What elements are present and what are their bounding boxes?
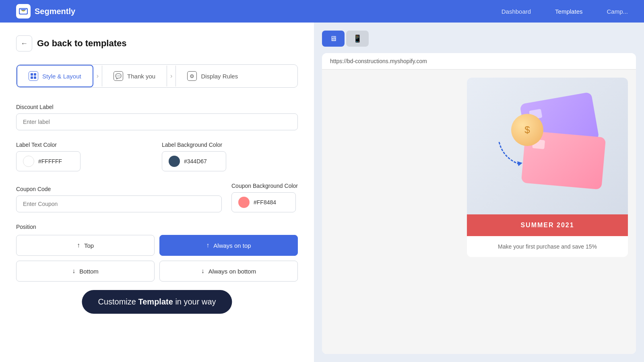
coupon-bg-color-value: #FF8484 — [254, 199, 276, 206]
tooltip-text-end: in your way — [173, 297, 216, 306]
position-label: Position — [16, 224, 298, 230]
back-button[interactable]: ← — [16, 35, 32, 51]
header: Segmently Dashboard Templates Camp... — [0, 0, 644, 23]
label-bg-color-label: Label Background Color — [162, 142, 298, 148]
logo-text: Segmently — [35, 7, 75, 16]
step-display-rules-icon: ⚙ — [187, 71, 197, 81]
arrow-up-icon: ↑ — [77, 242, 80, 249]
coupon-bg-color-swatch — [238, 197, 250, 208]
store-save-text: Make your first purchase and save 15% — [467, 236, 628, 257]
label-text-color-picker[interactable]: #FFFFFF — [16, 151, 80, 171]
arrow-illustration — [495, 138, 527, 170]
coupon-bg-color-label: Coupon Background Color — [231, 183, 298, 189]
coupon-code-label: Coupon Code — [16, 186, 222, 192]
preview-mobile-button[interactable]: 📱 — [346, 31, 369, 47]
main-container: ← Go back to templates Style & Layout › … — [0, 23, 644, 362]
store-image-area: $ — [467, 78, 628, 214]
step-thank-you[interactable]: 💬 Thank you — [102, 66, 167, 86]
step-separator-2: › — [167, 66, 176, 86]
arrow-down-icon: ↓ — [72, 267, 75, 275]
back-section: ← Go back to templates — [16, 35, 298, 51]
discount-label-group: Discount Label — [16, 104, 298, 130]
store-preview-card: $ SUMMER 2021 Make your f — [467, 78, 628, 257]
svg-marker-8 — [517, 161, 522, 166]
nav-templates[interactable]: Templates — [555, 8, 582, 15]
position-always-on-bottom[interactable]: ↓ Always on bottom — [159, 261, 298, 282]
svg-rect-3 — [22, 10, 25, 11]
customize-tooltip: Customize Template in your way — [82, 290, 232, 314]
back-button-label: Go back to templates — [37, 38, 127, 49]
svg-rect-5 — [34, 73, 36, 76]
label-text-color-label: Label Text Color — [16, 142, 152, 148]
browser-url: https://bd-constructions.myshopify.com — [330, 58, 427, 64]
discount-label-input[interactable] — [16, 113, 298, 130]
browser-address-bar: https://bd-constructions.myshopify.com — [322, 53, 636, 70]
position-always-on-top[interactable]: ↑ Always on top — [159, 235, 298, 256]
nav-camp[interactable]: Camp... — [607, 8, 628, 15]
steps-nav: Style & Layout › 💬 Thank you › ⚙ Display… — [16, 64, 298, 88]
step-style-layout[interactable]: Style & Layout — [17, 65, 93, 87]
svg-rect-4 — [31, 73, 33, 76]
step-thank-you-icon: 💬 — [114, 71, 123, 81]
label-text-color-swatch — [23, 156, 34, 167]
label-text-color-group: Label Text Color #FFFFFF — [16, 142, 152, 171]
label-bg-color-group: Label Background Color #344D67 — [162, 142, 298, 171]
position-top-label: Top — [84, 242, 94, 249]
label-bg-color-picker[interactable]: #344D67 — [162, 151, 226, 171]
svg-rect-6 — [31, 76, 33, 79]
arrow-up-always-icon: ↑ — [206, 242, 209, 249]
label-text-color-value: #FFFFFF — [38, 158, 62, 165]
tooltip-text-plain: Customize — [98, 297, 138, 306]
left-panel: ← Go back to templates Style & Layout › … — [0, 23, 314, 362]
step-thank-you-label: Thank you — [127, 73, 155, 80]
coupon-code-input[interactable] — [16, 195, 222, 212]
coupon-bg-color-picker[interactable]: #FF8484 — [231, 192, 296, 212]
step-style-layout-icon — [29, 71, 38, 81]
discount-label-text: Discount Label — [16, 104, 298, 110]
nav-dashboard[interactable]: Dashboard — [502, 8, 531, 15]
arrow-down-always-icon: ↓ — [201, 267, 204, 275]
svg-rect-7 — [34, 76, 36, 79]
label-bg-color-swatch — [169, 156, 180, 167]
coupon-code-group: Coupon Code — [16, 186, 222, 212]
store-promo-text: SUMMER 2021 — [520, 222, 574, 228]
coupon-row: Coupon Code Coupon Background Color #FF8… — [16, 183, 298, 212]
preview-desktop-button[interactable]: 🖥 — [322, 31, 345, 47]
logo: Segmently — [16, 4, 75, 19]
store-save-label: Make your first purchase and save 15% — [498, 243, 597, 250]
right-panel: 🖥 📱 https://bd-constructions.myshopify.c… — [314, 23, 644, 362]
card-3d-illustration: $ — [487, 90, 608, 202]
browser-preview: https://bd-constructions.myshopify.com — [322, 53, 636, 354]
position-bottom[interactable]: ↓ Bottom — [16, 261, 155, 282]
step-display-rules[interactable]: ⚙ Display Rules — [176, 66, 249, 86]
mobile-icon: 📱 — [353, 34, 362, 43]
position-group: Position ↑ Top ↑ Always on top ↓ Bottom … — [16, 224, 298, 282]
header-nav: Dashboard Templates Camp... — [502, 8, 628, 15]
position-grid: ↑ Top ↑ Always on top ↓ Bottom ↓ Always … — [16, 235, 298, 282]
coupon-bg-color-group: Coupon Background Color #FF8484 — [231, 183, 298, 212]
preview-toolbar: 🖥 📱 — [322, 31, 636, 47]
position-always-on-top-label: Always on top — [213, 242, 251, 249]
label-bg-color-value: #344D67 — [184, 158, 207, 165]
color-row: Label Text Color #FFFFFF Label Backgroun… — [16, 142, 298, 171]
desktop-icon: 🖥 — [330, 35, 337, 43]
position-top[interactable]: ↑ Top — [16, 235, 155, 256]
tooltip-text-bold: Template — [138, 297, 173, 306]
step-separator-1: › — [93, 66, 102, 86]
store-promo-band: SUMMER 2021 — [467, 214, 628, 236]
step-style-layout-label: Style & Layout — [42, 73, 81, 80]
position-always-on-bottom-label: Always on bottom — [208, 268, 256, 275]
logo-icon — [16, 4, 31, 19]
step-display-rules-label: Display Rules — [201, 73, 238, 80]
position-bottom-label: Bottom — [79, 268, 99, 275]
browser-content: $ SUMMER 2021 Make your f — [322, 70, 636, 354]
